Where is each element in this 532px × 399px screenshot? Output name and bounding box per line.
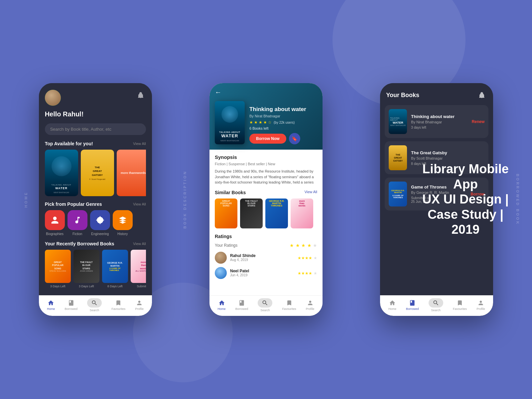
nav1-profile[interactable]: Profile [135, 300, 144, 311]
recent-book-2[interactable]: THE FAULTIN OURSTARS JOHN GREEN 3 Days L… [73, 250, 99, 288]
phone2: ← TALKING ABOUT WATER NIRAT BHATNAGAR Th… [209, 83, 323, 316]
phone3-notification-bell[interactable] [476, 90, 487, 100]
ratings-title: Ratings [215, 234, 317, 239]
b1-days-left: 3 days left [411, 126, 467, 129]
notification-bell[interactable] [135, 90, 146, 100]
nav3-favourites[interactable]: Favourites [453, 300, 467, 311]
phone1-content: Hello Rahul! Search by Book title, Autho… [39, 83, 152, 295]
nav3-search[interactable]: Search [429, 298, 443, 312]
nav2-favourites[interactable]: Favourites [282, 300, 296, 311]
nav1-home-label: Home [47, 307, 55, 311]
sim-book-4[interactable]: morethanwords [291, 199, 313, 228]
nav1-favourites[interactable]: Favourites [111, 300, 125, 311]
sim-book-2[interactable]: THE FAULTIN OURSTARS [240, 199, 263, 228]
nav2-home[interactable]: Home [218, 300, 226, 311]
reviewer1-name: Rahul Shinde [230, 253, 294, 258]
recent-book-1[interactable]: GREATPOPULARSONG STEVE SULLIVAN 3 Days L… [45, 250, 71, 288]
home-label: HOME [24, 192, 28, 208]
reviewer2-stars: ★★★★ ★ [298, 270, 317, 276]
similar-title: Similar Books [215, 190, 246, 195]
borrow-now-button[interactable]: Borrow Now [249, 134, 286, 144]
reviewer1-stars: ★★★★ ★ [298, 255, 317, 261]
similar-header: Similar Books View All [215, 190, 317, 195]
greeting-text: Hello Rahul! [45, 110, 146, 118]
phone2-wrapper: BOOK DESCRIPTION ← TALKING ABOUT WATER N… [209, 83, 323, 316]
r1-label: 3 Days Left [50, 285, 66, 288]
genre-history-icon [113, 210, 133, 230]
app-title-line1: Library Mobile App [422, 162, 509, 191]
star5-half: ☆ [268, 120, 272, 125]
r1-author: STEVE SULLIVAN [50, 270, 66, 272]
genres-viewall[interactable]: View All [133, 202, 146, 206]
r2s2: ★ [314, 271, 317, 276]
star1: ★ [249, 120, 253, 125]
sim-book-4-text: morethanwords [291, 199, 313, 208]
recent-viewall[interactable]: View All [133, 242, 146, 246]
genre-engineering[interactable]: Engineering [90, 210, 110, 236]
nav2-search[interactable]: Search [258, 298, 272, 312]
r2s1: ★★★★ [298, 271, 312, 276]
b1-renew-button[interactable]: Renew [472, 119, 485, 124]
borrowed-item-1[interactable]: TALKING ABOUT WATER NIRAT BHATNAGAR Thin… [385, 105, 488, 138]
b2-title-cover: THEGREATGATSBY [393, 153, 403, 162]
water-subtitle: TALKING ABOUT [52, 184, 71, 186]
phone2-bottom-nav: Home Borrowed Search [209, 295, 323, 316]
b3-author-cover: GEORGE R.R.MARTIN [391, 190, 405, 194]
hero-book-title: WATER [219, 133, 240, 138]
book-desc-label: BOOK DESCRIPTION [183, 170, 187, 228]
top-available-title: Top Available for you! [45, 141, 93, 146]
nav2-profile[interactable]: Profile [306, 300, 315, 311]
avatar[interactable] [45, 90, 61, 106]
u-star4: ★ [307, 243, 312, 248]
top-books-row: TALKING ABOUT WATER NIRAT BHATNAGAR THEG… [45, 150, 146, 196]
nav1-search[interactable]: Search [87, 298, 102, 312]
r3-subtitle: A GAME OFTHRONES [109, 267, 121, 271]
genre-tags: Fiction | Suspense | Best seller | New [215, 162, 317, 166]
top-available-viewall[interactable]: View All [133, 142, 146, 146]
reviewer2-avatar [215, 267, 227, 279]
water-title: WATER [52, 187, 71, 191]
hero-book-subtitle: TALKING ABOUT [219, 131, 240, 133]
genre-fiction-icon [67, 210, 87, 230]
review-2: Neel Patel Jun 4, 2019 ★★★★ ★ [215, 267, 317, 279]
top-available-header: Top Available for you! View All [45, 141, 146, 146]
nav2-borrowed[interactable]: Borrowed [235, 300, 248, 311]
r1s1: ★★★★ [298, 256, 312, 260]
back-button[interactable]: ← [215, 88, 221, 96]
recent-book-3[interactable]: GEORGE R.R.MARTIN A GAME OFTHRONES 8 Day… [102, 250, 128, 288]
book-cover-gatsby[interactable]: THEGREATGATSBY F. Scott Fitzgerald [81, 150, 114, 196]
star4: ★ [263, 120, 267, 125]
book-cover-more[interactable] [117, 150, 146, 196]
reviewer1-date: Aug 4, 2019 [230, 258, 294, 262]
main-container: HOME Hello Rahul! [0, 0, 532, 399]
rating-count: (by 22k users) [274, 121, 295, 124]
genre-biographies[interactable]: Biographies [45, 210, 65, 236]
r4-author: JILL SANTOPOLO [135, 270, 146, 272]
gatsby-author: F. Scott Fitzgerald [89, 178, 105, 180]
book-cover-water[interactable]: TALKING ABOUT WATER NIRAT BHATNAGAR [45, 150, 78, 196]
nav3-profile[interactable]: Profile [476, 300, 485, 311]
user-star-rating[interactable]: ★ ★ ★ ★ ★ [290, 242, 317, 248]
nav1-home[interactable]: Home [47, 300, 55, 311]
nav1-borrowed[interactable]: Borrowed [65, 300, 77, 311]
nav3-search-label: Search [431, 309, 441, 312]
description-scroll[interactable]: Synopsis Fiction | Suspense | Best selle… [209, 150, 323, 295]
search-bar[interactable]: Search by Book title, Author, etc [45, 123, 146, 135]
genre-history[interactable]: History [113, 210, 133, 236]
sim-book-1-text: GREATPOPULARSONG [215, 199, 237, 208]
sim-book-1[interactable]: GREATPOPULARSONG [215, 199, 237, 228]
recent-books-row: GREATPOPULARSONG STEVE SULLIVAN 3 Days L… [45, 250, 146, 288]
nav2-borrowed-label: Borrowed [235, 307, 248, 311]
recent-book-4[interactable]: morethanwords JILL SANTOPOLO Submitted [131, 250, 146, 288]
genre-fiction[interactable]: Fiction [67, 210, 87, 236]
bookmark-button[interactable]: 🔖 [289, 133, 300, 144]
similar-viewall[interactable]: View All [305, 190, 317, 195]
sim-book-3[interactable]: GEORGE R.R.MARTINTHRONES [265, 199, 288, 228]
u-star5: ★ [313, 243, 317, 248]
nav3-home[interactable]: Home [388, 300, 396, 311]
nav2-search-label: Search [260, 309, 270, 312]
title-section: Library Mobile App UX UI Design | Case S… [412, 162, 519, 237]
borrowed-info-1: Thinking about water By Nirat Bhatnagar … [411, 114, 467, 129]
nav3-borrowed[interactable]: Borrowed [406, 300, 419, 311]
reviewer2-name: Neel Patel [230, 269, 294, 273]
